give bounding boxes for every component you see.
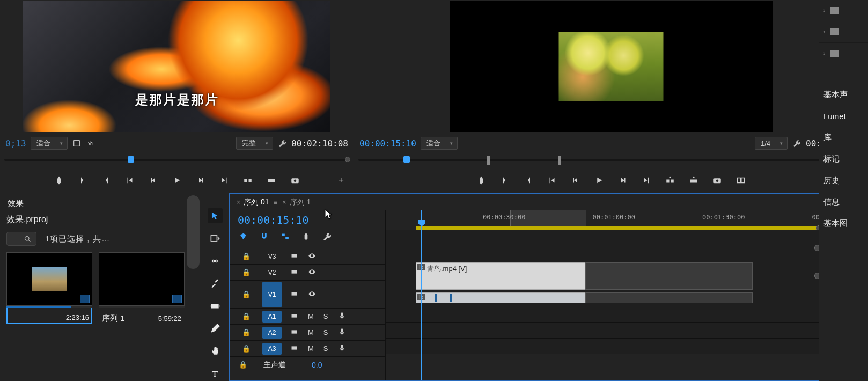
- link-selection-icon[interactable]: [281, 232, 290, 243]
- sync-lock-icon[interactable]: [290, 328, 298, 338]
- lane-v2[interactable]: [386, 246, 824, 262]
- lane-v1[interactable]: fx 青鸟.mp4 [V]: [386, 262, 824, 290]
- go-to-out-button[interactable]: [218, 174, 230, 186]
- mix-value[interactable]: 0.0: [312, 361, 322, 369]
- hand-tool[interactable]: [208, 343, 223, 358]
- mic-icon[interactable]: [338, 328, 346, 338]
- go-to-in-button[interactable]: [124, 174, 136, 186]
- play-button[interactable]: [593, 174, 605, 186]
- lane-a2[interactable]: [386, 306, 824, 322]
- add-marker-button[interactable]: [53, 174, 65, 186]
- step-back-button[interactable]: [148, 174, 159, 186]
- sidebar-folder-item[interactable]: ›: [819, 43, 868, 64]
- source-playhead-timecode[interactable]: 0;13: [5, 138, 26, 149]
- video-clip[interactable]: [585, 262, 753, 290]
- sidebar-panel-lumetri[interactable]: Lumet: [819, 105, 868, 127]
- close-icon[interactable]: ×: [283, 199, 286, 206]
- track-header-v1[interactable]: 🔒 V1: [230, 280, 385, 308]
- mark-in-button[interactable]: [499, 174, 511, 186]
- solo-toggle[interactable]: S: [323, 312, 328, 320]
- lane-mix[interactable]: [386, 338, 824, 354]
- tab-menu-icon[interactable]: ≡: [273, 199, 277, 206]
- go-to-out-button[interactable]: [641, 174, 652, 186]
- export-frame-button[interactable]: [289, 174, 301, 186]
- lock-icon[interactable]: 🔒: [242, 312, 251, 320]
- source-scrubber[interactable]: [0, 153, 354, 167]
- slip-tool[interactable]: [208, 298, 223, 313]
- mic-icon[interactable]: [338, 344, 346, 354]
- program-viewer[interactable]: [354, 0, 868, 133]
- audio-clip[interactable]: fx: [416, 292, 585, 303]
- marker-toggle-icon[interactable]: [301, 232, 311, 243]
- track-header-v3[interactable]: 🔒 V3: [230, 248, 385, 264]
- mark-out-button[interactable]: [100, 174, 112, 186]
- eye-icon[interactable]: [308, 252, 316, 261]
- sidebar-folder-item[interactable]: ›: [819, 21, 868, 43]
- ripple-tool[interactable]: [208, 253, 223, 268]
- bin-item[interactable]: 2:23:16: [6, 252, 92, 324]
- go-to-in-button[interactable]: [546, 174, 558, 186]
- track-name[interactable]: A1: [262, 311, 282, 323]
- sidebar-panel-essential-sound[interactable]: 基本声: [819, 84, 868, 105]
- keyframe-marker[interactable]: [450, 294, 452, 302]
- sync-lock-icon[interactable]: [290, 268, 298, 277]
- track-name[interactable]: V1: [262, 282, 282, 307]
- sync-lock-icon[interactable]: [290, 290, 298, 299]
- mic-icon[interactable]: [338, 312, 346, 321]
- mix-track-header[interactable]: 🔒 主声道 0.0: [230, 356, 385, 372]
- lift-button[interactable]: [664, 174, 676, 186]
- step-forward-button[interactable]: [195, 174, 207, 186]
- sidebar-panel-markers[interactable]: 标记: [819, 148, 868, 170]
- source-zoom-dropdown[interactable]: 适合▾: [31, 137, 68, 150]
- sync-lock-icon[interactable]: [290, 344, 298, 354]
- sidebar-panel-history[interactable]: 历史: [819, 170, 868, 191]
- sync-lock-icon[interactable]: [290, 252, 298, 261]
- track-name[interactable]: V3: [262, 251, 282, 262]
- track-header-a1[interactable]: 🔒 A1 M S: [230, 308, 385, 324]
- timeline-tab[interactable]: × 序列 1: [283, 197, 311, 207]
- razor-tool[interactable]: [208, 276, 223, 291]
- pen-tool[interactable]: [208, 321, 223, 336]
- source-viewer[interactable]: 是那片是那片: [0, 0, 354, 133]
- mute-toggle[interactable]: M: [308, 345, 314, 353]
- type-tool[interactable]: [208, 366, 223, 381]
- mark-out-button[interactable]: [523, 174, 534, 186]
- insert-button[interactable]: [242, 174, 254, 186]
- keyframe-marker[interactable]: [435, 294, 437, 302]
- export-frame-button[interactable]: [711, 174, 723, 186]
- track-header-a2[interactable]: 🔒 A2 M S: [230, 324, 385, 340]
- selection-tool[interactable]: [208, 208, 223, 223]
- source-quality-dropdown[interactable]: 完整▾: [236, 137, 273, 150]
- sync-lock-icon[interactable]: [290, 312, 298, 321]
- solo-toggle[interactable]: S: [323, 345, 328, 353]
- eye-icon[interactable]: [308, 268, 316, 277]
- button-editor-button[interactable]: +: [338, 175, 344, 186]
- add-marker-button[interactable]: [475, 174, 487, 186]
- lane-a3[interactable]: [386, 322, 824, 338]
- source-playhead-handle[interactable]: [128, 156, 134, 163]
- audio-clip[interactable]: [585, 292, 753, 303]
- timeline-tab[interactable]: × 序列 01 ≡: [237, 197, 277, 207]
- panel-scrollbar[interactable]: [187, 195, 200, 379]
- source-waveform-icon[interactable]: [86, 138, 95, 148]
- sidebar-panel-info[interactable]: 信息: [819, 191, 868, 213]
- sidebar-folder-item[interactable]: ›: [819, 0, 868, 21]
- sidebar-panel-essential-graphics[interactable]: 基本图: [819, 213, 868, 234]
- timeline-ruler[interactable]: 00:00:30:00 00:01:00:00 00:01:30:00 00: [386, 210, 824, 226]
- step-back-button[interactable]: [570, 174, 582, 186]
- mark-in-button[interactable]: [77, 174, 89, 186]
- lock-icon[interactable]: 🔒: [242, 290, 251, 298]
- track-name[interactable]: V2: [262, 267, 282, 279]
- play-button[interactable]: [171, 174, 183, 186]
- source-settings-icon[interactable]: [72, 138, 82, 148]
- lane-a1[interactable]: fx: [386, 290, 824, 306]
- timeline-content[interactable]: 00:00:30:00 00:01:00:00 00:01:30:00 00 f…: [386, 210, 824, 380]
- timeline-playhead[interactable]: [421, 210, 422, 380]
- lock-icon[interactable]: 🔒: [242, 345, 251, 353]
- extract-button[interactable]: [688, 174, 700, 186]
- lock-icon[interactable]: 🔒: [242, 328, 251, 336]
- bin-scrub-bar[interactable]: [6, 306, 92, 308]
- track-name[interactable]: A3: [262, 343, 282, 355]
- program-playhead-handle[interactable]: [403, 156, 410, 163]
- bin-item[interactable]: 序列 1 5:59:22: [99, 252, 185, 324]
